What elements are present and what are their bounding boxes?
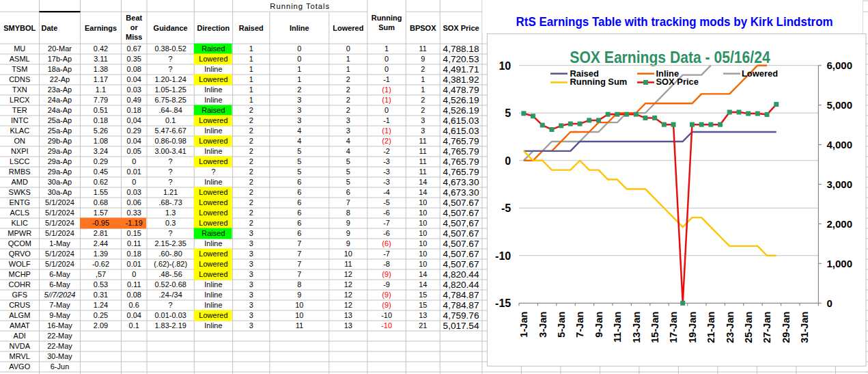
svg-text:1.17: 1.17 [94,75,108,83]
svg-text:0: 0 [132,157,136,165]
svg-text:-10: -10 [381,321,392,330]
svg-text:4: 4 [297,126,301,135]
svg-text:MPWR: MPWR [8,229,31,237]
svg-text:?: ? [169,229,173,237]
svg-text:1.57: 1.57 [94,209,108,217]
svg-text:(.62)-(.82): (.62)-(.82) [154,260,187,268]
svg-text:15-Jan: 15-Jan [649,311,660,343]
svg-text:7: 7 [346,198,350,206]
svg-text:6,000: 6,000 [827,59,853,71]
svg-text:-0.95: -0.95 [92,219,109,227]
svg-text:3: 3 [346,116,350,124]
svg-text:23-Jan: 23-Jan [725,311,736,343]
svg-text:0.49: 0.49 [127,96,141,104]
svg-text:0.35: 0.35 [127,55,141,63]
svg-text:3: 3 [249,321,253,330]
svg-text:Lowered: Lowered [199,188,227,196]
svg-text:2: 2 [297,85,301,94]
svg-text:Raised: Raised [239,24,264,32]
svg-text:.64-.84: .64-.84 [159,106,182,114]
svg-text:.60-.80: .60-.80 [159,250,182,258]
svg-text:22-Ap: 22-Ap [50,75,70,83]
svg-text:ENTG: ENTG [9,198,30,206]
svg-text:4,784.87: 4,784.87 [443,300,479,310]
svg-text:19-Jan: 19-Jan [687,311,698,343]
svg-text:Inline: Inline [204,65,222,73]
svg-text:7: 7 [297,260,301,268]
svg-text:29a-Ap: 29a-Ap [48,147,72,155]
svg-text:Lowered: Lowered [199,55,227,63]
svg-text:14: 14 [419,178,427,186]
svg-text:1: 1 [297,65,301,73]
svg-text:ASML: ASML [10,55,30,63]
svg-text:10: 10 [344,250,352,258]
svg-text:0.05: 0.05 [127,147,141,155]
svg-text:10: 10 [295,301,303,309]
svg-text:0.01: 0.01 [127,168,141,176]
svg-text:4,788.18: 4,788.18 [443,44,479,54]
svg-text:QCOM: QCOM [8,239,31,248]
svg-text:RMBS: RMBS [9,168,31,176]
svg-text:-10: -10 [381,311,392,319]
svg-text:AMD: AMD [12,178,29,186]
svg-text:17b-Ap: 17b-Ap [48,55,72,63]
svg-text:1: 1 [249,85,253,94]
svg-text:4,507.67: 4,507.67 [443,249,479,259]
svg-text:1.20-1.24: 1.20-1.24 [154,75,186,83]
svg-text:1: 1 [346,55,350,63]
svg-text:0.01-0.03: 0.01-0.03 [154,311,186,319]
svg-text:25-Jan: 25-Jan [743,311,754,343]
svg-text:0: 0 [297,44,301,53]
svg-text:Guidance: Guidance [154,24,188,32]
svg-text:3: 3 [249,270,253,278]
svg-text:Lowered: Lowered [199,157,227,165]
svg-text:30-May: 30-May [47,352,72,360]
svg-text:Date: Date [42,24,58,32]
svg-text:?: ? [169,55,173,63]
svg-text:.24-/34: .24-/34 [159,291,182,299]
svg-text:0.04: 0.04 [127,311,141,319]
svg-text:4,673.30: 4,673.30 [443,177,479,187]
svg-text:10: 10 [419,260,427,268]
svg-text:2: 2 [421,65,425,73]
svg-text:KLAC: KLAC [10,126,29,135]
svg-text:Inline: Inline [204,321,222,330]
svg-text:1.3: 1.3 [165,209,176,217]
svg-text:Lowered: Lowered [199,260,227,268]
svg-text:31-Jan: 31-Jan [799,311,810,343]
svg-text:0: 0 [384,106,389,114]
svg-text:5/1/2024: 5/1/2024 [45,198,74,206]
svg-text:2: 2 [346,96,350,104]
svg-text:1-Jan: 1-Jan [518,311,529,337]
svg-text:0: 0 [384,65,389,73]
svg-text:MRVL: MRVL [10,352,30,360]
svg-text:1: 1 [346,65,350,73]
svg-text:Running Sum: Running Sum [570,77,628,87]
svg-text:10: 10 [419,229,427,237]
svg-text:2: 2 [249,157,253,165]
svg-text:0.31: 0.31 [94,291,108,299]
svg-text:Lowered: Lowered [199,75,227,83]
svg-text:22-May: 22-May [47,342,72,350]
svg-text:22-May: 22-May [47,332,72,340]
svg-text:10: 10 [419,250,427,258]
svg-text:0.6: 0.6 [129,301,139,309]
svg-text:3: 3 [421,126,425,135]
svg-text:9: 9 [297,291,301,299]
svg-text:4: 4 [346,137,350,145]
svg-text:7.79: 7.79 [94,96,108,104]
svg-text:21-Jan: 21-Jan [705,311,716,343]
svg-text:0.29: 0.29 [127,126,141,135]
svg-text:1.05-1.25: 1.05-1.25 [154,85,186,94]
svg-text:Lowered: Lowered [199,116,227,124]
svg-text:6: 6 [297,229,301,237]
svg-text:5.26: 5.26 [94,126,108,135]
svg-text:4,759.76: 4,759.76 [443,310,479,321]
svg-text:13: 13 [344,311,352,319]
svg-text:,57: ,57 [96,270,106,278]
svg-text:6: 6 [346,188,350,196]
svg-text:2: 2 [249,219,253,227]
svg-text:5/1/2024: 5/1/2024 [45,209,74,217]
svg-text:4,784.87: 4,784.87 [443,290,479,300]
svg-text:14: 14 [419,188,427,196]
